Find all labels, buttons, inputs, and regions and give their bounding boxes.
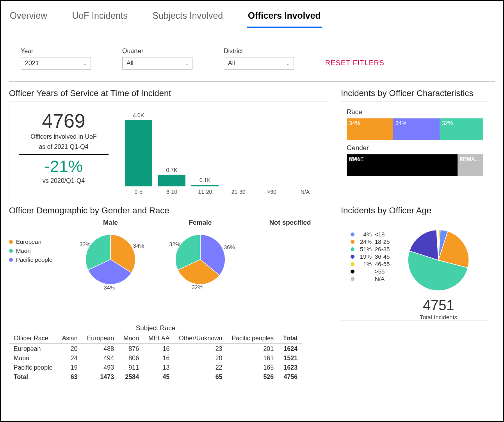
age-total: 4751 <box>394 297 483 314</box>
district-select-value: All <box>228 60 235 67</box>
tab-bar: Overview UoF Incidents Subjects Involved… <box>9 5 495 28</box>
kpi-sub2: as of 2021 Q1-Q4 <box>19 143 109 155</box>
kpi-delta: -21% <box>19 157 109 176</box>
kpi-vs: vs 2020/Q1-Q4 <box>19 177 109 184</box>
gender-stacked-bar: MALE81%FEMA...19% <box>347 154 483 176</box>
kpi-sub1: Officers involved in UoF <box>19 133 109 140</box>
section-title-yos: Officer Years of Service at Time of Inci… <box>9 88 329 98</box>
quarter-select-value: All <box>126 60 134 67</box>
age-card: 4%<1824%18-2551%26-3519%36-451%46-55>55N… <box>341 219 489 320</box>
char-gender-label: Gender <box>347 144 483 152</box>
race-stacked-bar: 34%34%32% <box>347 118 483 140</box>
reset-filters-button[interactable]: RESET FITLERS <box>325 59 385 70</box>
filters-row: Year 2021 ⌵ Quarter All ⌵ District All ⌵… <box>9 28 495 82</box>
district-select[interactable]: All ⌵ <box>224 57 294 70</box>
age-legend: 4%<1824%18-2551%26-3519%36-451%46-55>55N… <box>347 223 394 316</box>
age-pie-chart <box>405 227 472 293</box>
yos-card: 4769 Officers involved in UoF as of 2021… <box>9 102 329 203</box>
filter-year: Year 2021 ⌵ <box>21 48 91 70</box>
section-title-char: Incidents by Officer Characteristics <box>341 88 489 98</box>
filter-district: District All ⌵ <box>224 48 294 70</box>
filter-quarter: Quarter All ⌵ <box>122 48 192 70</box>
yos-bar-chart: 4.0K0.7K0.1K 0-56-1011-2021-30>30N/A <box>120 106 323 199</box>
demo-pies: Male34%34%32%Female36%32%32%Not specifie… <box>71 219 329 320</box>
tab-officers-involved[interactable]: Officers Involved <box>247 8 322 28</box>
tab-overview[interactable]: Overview <box>9 8 48 28</box>
kpi-block: 4769 Officers involved in UoF as of 2021… <box>15 106 112 199</box>
quarter-select[interactable]: All ⌵ <box>122 57 192 70</box>
demo-legend: EuropeanMaoriPacific people <box>9 219 71 320</box>
kpi-count: 4769 <box>19 110 109 132</box>
chevron-down-icon: ⌵ <box>185 60 188 66</box>
age-total-label: Total Incidents <box>394 314 483 320</box>
char-race-label: Race <box>347 108 483 116</box>
crosstab-caption: Subject Race <box>9 324 302 332</box>
char-card: Race 34%34%32% Gender MALE81%FEMA...19% <box>341 102 489 203</box>
section-title-demo: Officer Demographic by Gender and Race <box>9 206 329 216</box>
filter-district-label: District <box>224 48 294 55</box>
chevron-down-icon: ⌵ <box>287 60 290 66</box>
section-title-age: Incidents by Officer Age <box>341 206 489 216</box>
tab-subjects-involved[interactable]: Subjects Involved <box>152 8 224 28</box>
filter-quarter-label: Quarter <box>122 48 192 55</box>
chevron-down-icon: ⌵ <box>84 60 87 66</box>
demo-card: EuropeanMaoriPacific people Male34%34%32… <box>9 219 329 320</box>
year-select[interactable]: 2021 ⌵ <box>21 57 91 70</box>
tab-uof-incidents[interactable]: UoF Incidents <box>71 8 128 28</box>
filter-year-label: Year <box>21 48 91 55</box>
year-select-value: 2021 <box>25 60 39 67</box>
crosstab-table: Subject Race Officer RaceAsianEuropeanMa… <box>9 324 302 382</box>
